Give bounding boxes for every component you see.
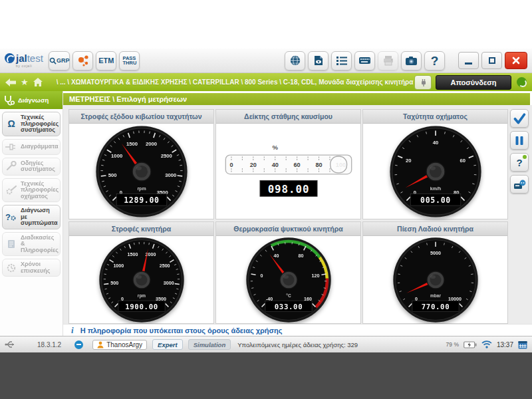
passthru-button[interactable]: PASS THRU [119,51,140,70]
measurement-card: Στροφές εξόδου κιβωτίου ταχυτήτων 050010… [68,109,214,219]
status-bar-right: 79 % 13:37 [446,340,527,349]
measurement-card: Πίεση Λαδιού κινητήρα 0500010000mbar770.… [362,221,508,324]
connection-settings-button[interactable] [414,75,432,90]
report-button[interactable] [510,175,529,194]
report-icon [513,179,526,190]
svg-text:80: 80 [298,253,303,259]
passthru-label-2: THRU [122,61,136,66]
measurement-help-button[interactable]: ? [510,153,529,172]
window-controls [457,52,529,69]
measurement-card: Ταχύτητα οχήματος 020406080km/h005.00 [362,109,508,219]
sidebar: Διάγνωση Ω Τεχνικές πληροφορίες συστήματ… [0,91,63,336]
list-button[interactable] [331,51,352,70]
svg-text:098.00: 098.00 [267,183,309,196]
etm-button[interactable]: ETM [96,51,116,70]
svg-text:1500: 1500 [127,252,138,257]
gauge-title: Δείκτης στάθμης καυσίμου [216,110,360,124]
vehicle-speed-gauge: 020406080km/h005.00 [389,125,482,218]
svg-text:20: 20 [405,158,411,164]
grp-button[interactable]: GRP [49,51,70,70]
license-days-label: Υπολειπόμενες ημέρες άδειας χρήσης: 329 [237,341,358,348]
pause-icon [515,136,524,146]
license-info-bar: i Η πληροφορία που υπόκειται στους όρους… [63,324,532,336]
sidebar-item-label: Διάγνωση με συμπτώματα [21,207,58,227]
pause-button[interactable] [510,131,529,150]
question-wrench-icon: ? [5,213,18,221]
green-dot-icon [523,155,527,159]
omega-icon: Ω [5,119,18,128]
measurement-card: Θερμοκρασία ψυκτικού κινητήρα -400408012… [215,221,361,324]
data-viewer-button[interactable] [308,51,329,70]
sidebar-item-procedures-info: Διαδικασίες & Πληροφορίες [2,232,61,257]
svg-text:1289.00: 1289.00 [124,196,160,205]
svg-text:°C: °C [286,293,291,298]
status-bar: 18.3.1.2 ThanosArgy Expert Simulation Υπ… [0,336,532,352]
magnifier-icon [49,57,57,65]
back-icon [5,78,16,86]
info-icon: i [71,325,74,336]
etm-label: ETM [98,57,114,65]
home-icon [33,78,43,86]
connector-button[interactable] [72,51,93,70]
sidebar-item-label: Χρόνοι επισκευής [21,261,58,274]
coolant-temperature-gauge: -4004080120160°C033.00 [245,237,332,323]
svg-text:60: 60 [460,158,466,164]
battery-charging-icon [464,341,477,348]
sidebar-item-diagnosis[interactable]: Διάγνωση [0,91,63,109]
close-button[interactable] [505,52,527,69]
svg-text:1000: 1000 [111,153,122,159]
wifi-icon [481,340,492,348]
svg-text:40: 40 [273,253,279,259]
gear-clock-icon [5,263,18,273]
document-icon [5,239,18,249]
user-icon [97,341,104,348]
minimize-icon [465,63,472,65]
close-icon [512,57,520,65]
maximize-button[interactable] [481,52,502,69]
svg-text:1900.00: 1900.00 [125,303,158,311]
favorite-icon[interactable]: ★ [21,77,29,87]
calendar-icon[interactable] [518,340,527,349]
svg-text:20: 20 [249,162,256,168]
plug-icon [419,78,428,86]
svg-text:120: 120 [311,273,319,279]
keyboard-button[interactable] [354,51,375,70]
sidebar-item-label: Τεχνικές πληροφορίες οχήματος [21,181,59,200]
web-button[interactable] [285,51,305,70]
oil-pressure-gauge: 0500010000mbar770.00 [392,237,479,323]
svg-text:rpm: rpm [137,293,146,299]
svg-text:500: 500 [108,172,116,178]
user-name: ThanosArgy [106,341,142,348]
toolbar-right-group: ? [283,51,529,70]
svg-text:1000: 1000 [113,263,124,269]
sidebar-item-diagrams: Διαγράμματα [2,139,61,155]
check-icon [513,112,526,124]
help-icon: ? [431,55,439,67]
breadcrumb-bar: ★ \ ... \ ΧΩΜΑΤΟΥΡΓΙΚΑ & ΕΙΔΙΚΗΣ ΧΡΗΣΗΣ … [0,73,532,91]
tools-icon [5,161,18,172]
measurement-card: Στροφές κινητήρα 05001000150020002500300… [68,221,214,324]
user-chip[interactable]: ThanosArgy [92,340,147,350]
home-button[interactable] [33,78,43,86]
disconnect-button[interactable]: Αποσύνδεση [436,75,511,90]
license-info-text: Η πληροφορία που υπόκειται στους όρους ά… [80,327,283,334]
battery-percent: 79 % [446,341,459,348]
printer-icon [382,55,394,66]
gauge-title: Στροφές εξόδου κιβωτίου ταχυτήτων [69,110,213,124]
gauge-title: Στροφές κινητήρα [69,222,213,236]
help-button[interactable]: ? [424,51,445,70]
svg-text:500: 500 [110,281,118,286]
sidebar-item-diagnosis-by-symptoms[interactable]: ? Διάγνωση με συμπτώματα [2,205,61,229]
svg-text:3000: 3000 [163,281,174,286]
svg-text:mbar: mbar [430,293,441,298]
back-button[interactable] [5,78,16,86]
svg-text:80: 80 [315,162,322,168]
connector-icon [76,54,90,67]
svg-text:km/h: km/h [430,186,440,191]
minimize-button[interactable] [458,52,479,69]
screenshot-button[interactable] [401,51,422,70]
confirm-button[interactable] [510,109,529,128]
print-button [378,51,398,70]
svg-text:2500: 2500 [159,263,170,269]
sidebar-item-system-technical-info[interactable]: Ω Τεχνικές πληροφορίες συστήματος [2,112,61,136]
